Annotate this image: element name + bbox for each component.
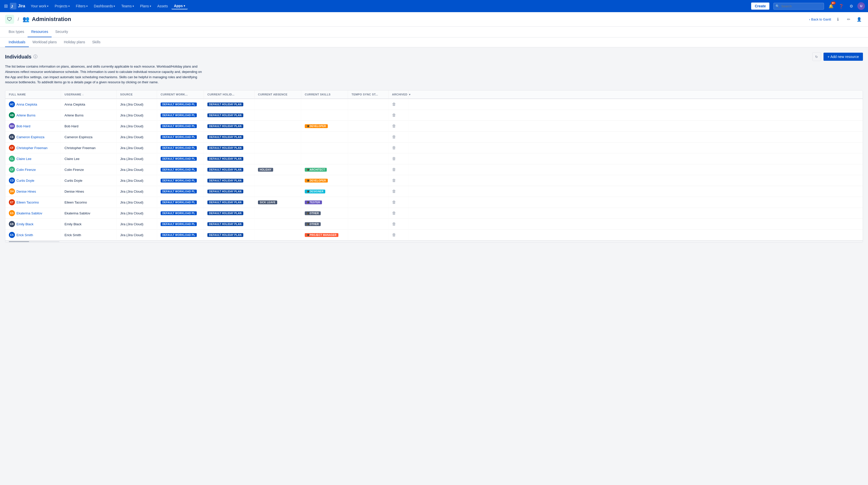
delete-button[interactable]: 🗑 [392, 178, 396, 183]
user-name-link[interactable]: Eileen Tacorino [17, 200, 39, 204]
info-button[interactable]: ℹ [834, 16, 842, 23]
workload-badge[interactable]: DEFAULT WORKLOAD PL [161, 113, 197, 117]
create-button[interactable]: Create [751, 3, 769, 10]
holiday-badge[interactable]: DEFAULT HOLIDAY PLAN [207, 168, 243, 172]
holiday-badge[interactable]: DEFAULT HOLIDAY PLAN [207, 135, 243, 139]
user-name-link[interactable]: Colin Firenze [17, 168, 36, 172]
delete-button[interactable]: 🗑 [392, 102, 396, 107]
topnav-plans[interactable]: Plans ▾ [137, 3, 154, 9]
cell-skills: 🎓 DEVELOPER [301, 175, 348, 186]
delete-button[interactable]: 🗑 [392, 222, 396, 226]
holiday-badge[interactable]: DEFAULT HOLIDAY PLAN [207, 222, 243, 226]
jira-logo[interactable]: J Jira [10, 3, 25, 9]
user-name-link[interactable]: Claire Lee [17, 157, 31, 161]
delete-button[interactable]: 🗑 [392, 189, 396, 194]
col-archived[interactable]: ARCHIVED ▼ [389, 90, 409, 98]
user-name-link[interactable]: Christopher Freeman [17, 146, 48, 150]
user-name-link[interactable]: Bob Hard [17, 124, 30, 128]
delete-button[interactable]: 🗑 [392, 200, 396, 204]
holiday-badge[interactable]: DEFAULT HOLIDAY PLAN [207, 124, 243, 128]
avatar: CF [9, 145, 15, 151]
holiday-badge[interactable]: DEFAULT HOLIDAY PLAN [207, 157, 243, 161]
user-name-link[interactable]: Ekaterina Sabitov [17, 211, 42, 215]
user-name-link[interactable]: Cameron Espinoza [17, 135, 44, 139]
workload-badge[interactable]: DEFAULT WORKLOAD PL [161, 146, 197, 150]
page-help-icon[interactable]: ⓘ [33, 54, 37, 59]
table-scrollbar[interactable] [5, 240, 863, 242]
skill-icon: 🎓 [307, 179, 310, 182]
workload-badge[interactable]: DEFAULT WORKLOAD PL [161, 103, 197, 106]
user-button[interactable]: 👤 [855, 16, 863, 23]
cell-source: Jira (Jira Cloud) [117, 186, 157, 196]
topnav-dashboards[interactable]: Dashboards ▾ [91, 3, 118, 9]
search-input[interactable] [773, 3, 824, 10]
workload-badge[interactable]: DEFAULT WORKLOAD PL [161, 233, 197, 237]
notifications-button[interactable]: 🔔 9+ [827, 2, 835, 10]
tab-security[interactable]: Security [52, 27, 71, 37]
settings-button[interactable]: ⚙ [847, 2, 855, 10]
workload-badge[interactable]: DEFAULT WORKLOAD PL [161, 190, 197, 193]
holiday-badge[interactable]: DEFAULT HOLIDAY PLAN [207, 200, 243, 204]
cell-workload: DEFAULT WORKLOAD PL [157, 230, 204, 240]
edit-button[interactable]: ✏ [845, 16, 852, 23]
subtab-workload-plans[interactable]: Workload plans [29, 37, 60, 47]
topnav-projects[interactable]: Projects ▾ [52, 3, 72, 9]
topnav-teams[interactable]: Teams ▾ [119, 3, 136, 9]
grid-icon[interactable]: ⊞ [3, 2, 9, 10]
avatar[interactable]: U [857, 2, 865, 10]
user-name-link[interactable]: Curtis Doyle [17, 179, 34, 182]
cell-workload: DEFAULT WORKLOAD PL [157, 165, 204, 175]
cell-absence [254, 132, 301, 142]
holiday-badge[interactable]: DEFAULT HOLIDAY PLAN [207, 179, 243, 182]
holiday-badge[interactable]: DEFAULT HOLIDAY PLAN [207, 211, 243, 215]
topnav-apps[interactable]: Apps ▾ [172, 3, 188, 9]
workload-badge[interactable]: DEFAULT WORKLOAD PL [161, 157, 197, 161]
workload-badge[interactable]: DEFAULT WORKLOAD PL [161, 168, 197, 172]
subtab-individuals[interactable]: Individuals [5, 37, 29, 47]
holiday-badge[interactable]: DEFAULT HOLIDAY PLAN [207, 113, 243, 117]
workload-badge[interactable]: DEFAULT WORKLOAD PL [161, 211, 197, 215]
delete-button[interactable]: 🗑 [392, 146, 396, 150]
cell-holiday: DEFAULT HOLIDAY PLAN [204, 197, 254, 207]
workload-badge[interactable]: DEFAULT WORKLOAD PL [161, 222, 197, 226]
workload-badge[interactable]: DEFAULT WORKLOAD PL [161, 124, 197, 128]
holiday-badge[interactable]: DEFAULT HOLIDAY PLAN [207, 103, 243, 106]
avatar: CE [9, 134, 15, 140]
back-to-gantt-button[interactable]: ‹ Back to Gantt [809, 18, 831, 21]
holiday-badge[interactable]: DEFAULT HOLIDAY PLAN [207, 233, 243, 237]
cell-skills: 🎓 OTHER [301, 219, 348, 229]
user-name-link[interactable]: Arlene Burns [17, 113, 35, 117]
user-name-link[interactable]: Emily Black [17, 222, 33, 226]
user-name-link[interactable]: Denise Hines [17, 190, 36, 193]
workload-badge[interactable]: DEFAULT WORKLOAD PL [161, 135, 197, 139]
add-resource-button[interactable]: + Add new resource [824, 53, 863, 61]
holiday-badge[interactable]: DEFAULT HOLIDAY PLAN [207, 146, 243, 150]
subtab-skills[interactable]: Skills [89, 37, 104, 47]
workload-badge[interactable]: DEFAULT WORKLOAD PL [161, 179, 197, 182]
admin-header: 🛡 / 👥 Administration ‹ Back to Gantt ℹ ✏… [0, 12, 868, 27]
subtab-holiday-plans[interactable]: Holiday plans [60, 37, 89, 47]
holiday-badge[interactable]: DEFAULT HOLIDAY PLAN [207, 190, 243, 193]
notification-badge: 9+ [831, 2, 836, 5]
user-name-link[interactable]: Anna Cieplota [17, 103, 37, 106]
delete-button[interactable]: 🗑 [392, 124, 396, 129]
help-button[interactable]: ❓ [837, 2, 845, 10]
col-username[interactable]: USERNAME ↓ [61, 90, 117, 98]
delete-button[interactable]: 🗑 [392, 167, 396, 172]
delete-button[interactable]: 🗑 [392, 135, 396, 139]
workload-badge[interactable]: DEFAULT WORKLOAD PL [161, 200, 197, 204]
refresh-button[interactable]: ↻ [812, 52, 821, 61]
topnav-yourwork[interactable]: Your work ▾ [28, 3, 51, 9]
cell-source: Jira (Jira Cloud) [117, 230, 157, 240]
delete-button[interactable]: 🗑 [392, 113, 396, 117]
topnav-filters[interactable]: Filters ▾ [73, 3, 90, 9]
delete-button[interactable]: 🗑 [392, 156, 396, 161]
delete-button[interactable]: 🗑 [392, 211, 396, 216]
tab-resources[interactable]: Resources [28, 27, 52, 37]
cell-username: Emily Black [61, 219, 117, 229]
tab-box-types[interactable]: Box types [5, 27, 28, 37]
skill-badge: 🎓 PROJECT MANAGER [305, 233, 338, 237]
delete-button[interactable]: 🗑 [392, 233, 396, 237]
topnav-assets[interactable]: Assets [155, 3, 170, 9]
user-name-link[interactable]: Erick Smith [17, 233, 33, 237]
